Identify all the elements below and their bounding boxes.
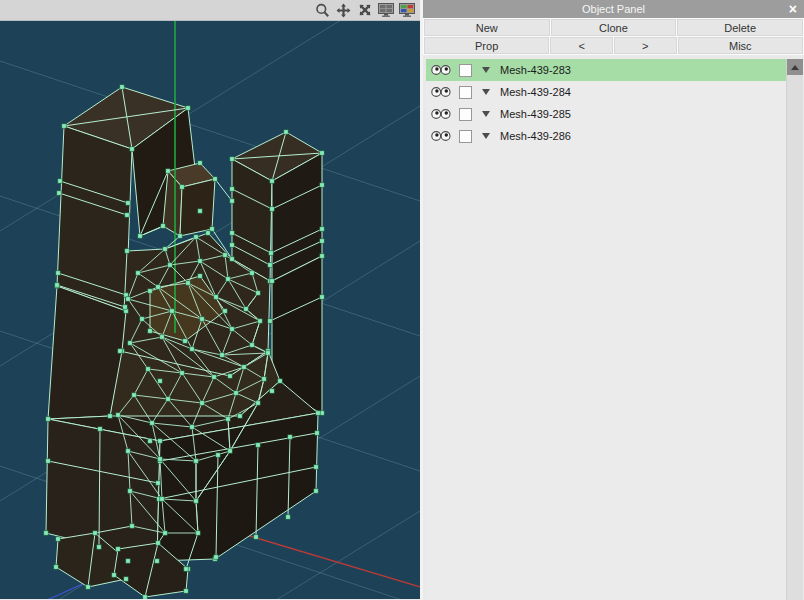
scroll-up-icon[interactable] [787,59,803,75]
object-panel-buttons: New Clone Delete Prop < > Misc [423,18,804,55]
prop-button[interactable]: Prop [424,37,549,54]
chevron-down-icon[interactable] [482,89,490,95]
viewport-toolbar [0,0,420,21]
scrollbar[interactable] [786,59,803,600]
next-button[interactable]: > [614,37,677,54]
chevron-down-icon[interactable] [482,111,490,117]
select-checkbox[interactable] [459,86,472,99]
prev-button[interactable]: < [550,37,613,54]
viewport-canvas[interactable] [0,21,420,599]
object-panel-title: Object Panel [582,3,645,15]
select-checkbox[interactable] [459,108,472,121]
viewport-background [0,21,420,599]
object-label: Mesh-439-286 [500,130,571,142]
clone-button[interactable]: Clone [551,19,677,36]
select-checkbox[interactable] [459,64,472,77]
delete-button[interactable]: Delete [677,19,803,36]
object-label: Mesh-439-285 [500,108,571,120]
select-checkbox[interactable] [459,130,472,143]
orbit-icon[interactable] [356,2,373,19]
object-label: Mesh-439-283 [500,64,571,76]
object-row[interactable]: Mesh-439-285 [426,103,786,125]
object-row[interactable]: Mesh-439-283 [426,59,786,81]
chevron-down-icon[interactable] [482,133,490,139]
zoom-icon[interactable] [314,2,331,19]
object-list: Mesh-439-283 Mesh-439-284 Mesh-439-285 [426,59,804,600]
object-row[interactable]: Mesh-439-284 [426,81,786,103]
display-gray-icon[interactable] [377,2,394,19]
display-color-icon[interactable] [398,2,415,19]
visibility-eyes-icon[interactable] [431,108,452,120]
close-icon[interactable]: × [789,0,797,18]
object-panel-titlebar[interactable]: Object Panel × [423,0,804,18]
object-row[interactable]: Mesh-439-286 [426,125,786,147]
visibility-eyes-icon[interactable] [431,86,452,98]
chevron-down-icon[interactable] [482,67,490,73]
viewport-area [0,0,420,600]
misc-button[interactable]: Misc [678,37,803,54]
visibility-eyes-icon[interactable] [431,64,452,76]
pan-icon[interactable] [335,2,352,19]
visibility-eyes-icon[interactable] [431,130,452,142]
object-panel: Object Panel × New Clone Delete Prop < >… [420,0,804,600]
new-button[interactable]: New [424,19,550,36]
scrollbar-track[interactable] [787,75,803,600]
object-label: Mesh-439-284 [500,86,571,98]
